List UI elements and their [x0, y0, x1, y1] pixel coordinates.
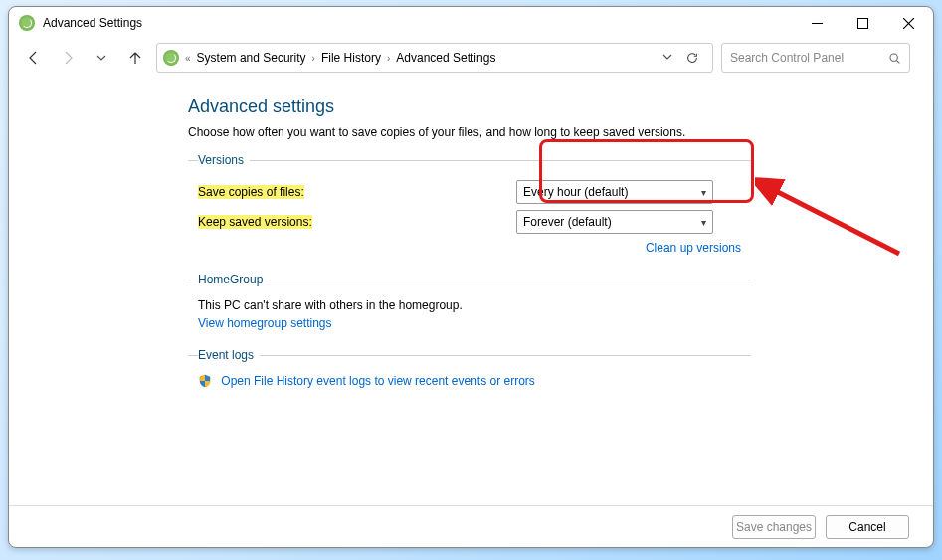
search-input[interactable]: Search Control Panel [721, 43, 910, 73]
refresh-button[interactable] [678, 51, 706, 65]
breadcrumb-seg-system[interactable]: System and Security [197, 51, 306, 65]
toolbar: « System and Security › File History › A… [9, 39, 933, 77]
chevron-down-icon: ▾ [701, 187, 706, 198]
page-description: Choose how often you want to save copies… [188, 125, 913, 139]
window-frame: Advanced Settings « System and Security [8, 6, 934, 548]
content-area: Advanced settings Choose how often you w… [9, 77, 933, 505]
keep-versions-dropdown[interactable]: Forever (default) ▾ [516, 210, 713, 234]
minimize-button[interactable] [794, 8, 840, 38]
group-versions-legend: Versions [198, 153, 250, 167]
breadcrumb-prefix: « [185, 53, 191, 64]
keep-versions-value: Forever (default) [523, 215, 612, 229]
close-button[interactable] [885, 8, 931, 38]
group-eventlogs-legend: Event logs [198, 348, 260, 362]
address-dropdown-icon[interactable] [662, 51, 672, 65]
address-bar[interactable]: « System and Security › File History › A… [156, 43, 713, 73]
recent-dropdown[interactable] [89, 45, 114, 71]
chevron-down-icon: ▾ [701, 217, 706, 228]
save-copies-dropdown[interactable]: Every hour (default) ▾ [516, 180, 713, 204]
homegroup-text: This PC can't share with others in the h… [198, 296, 751, 316]
window-title: Advanced Settings [43, 16, 142, 30]
back-button[interactable] [21, 45, 47, 71]
chevron-right-icon: › [387, 53, 390, 64]
forward-button[interactable] [55, 45, 81, 71]
group-versions: Versions Save copies of files: Every hou… [188, 153, 751, 261]
annotation-arrow [755, 176, 914, 266]
page-title: Advanced settings [188, 96, 913, 117]
app-icon [19, 15, 35, 31]
save-copies-label: Save copies of files: [198, 185, 304, 199]
group-homegroup-legend: HomeGroup [198, 273, 269, 286]
svg-line-5 [897, 60, 900, 63]
eventlogs-link[interactable]: Open File History event logs to view rec… [221, 374, 534, 388]
search-icon [888, 52, 901, 65]
maximize-button[interactable] [840, 8, 885, 38]
chevron-right-icon: › [312, 53, 315, 64]
keep-versions-label: Keep saved versions: [198, 215, 312, 229]
search-placeholder: Search Control Panel [730, 51, 888, 65]
breadcrumb-seg-filehistory[interactable]: File History [321, 51, 381, 65]
homegroup-link[interactable]: View homegroup settings [198, 316, 332, 330]
up-button[interactable] [122, 45, 148, 71]
footer-bar: Save changes Cancel [9, 505, 933, 547]
svg-rect-1 [857, 18, 867, 28]
save-copies-value: Every hour (default) [523, 185, 628, 199]
breadcrumb-seg-advanced[interactable]: Advanced Settings [396, 51, 495, 65]
cancel-button[interactable]: Cancel [826, 515, 909, 539]
svg-point-4 [890, 54, 897, 61]
shield-icon [198, 374, 212, 388]
cleanup-versions-link[interactable]: Clean up versions [646, 241, 741, 255]
titlebar: Advanced Settings [9, 7, 933, 39]
control-panel-icon [163, 50, 179, 66]
save-button[interactable]: Save changes [732, 515, 816, 539]
group-eventlogs: Event logs Open File History event logs … [188, 348, 751, 394]
group-homegroup: HomeGroup This PC can't share with other… [188, 273, 751, 336]
svg-line-6 [770, 188, 899, 254]
